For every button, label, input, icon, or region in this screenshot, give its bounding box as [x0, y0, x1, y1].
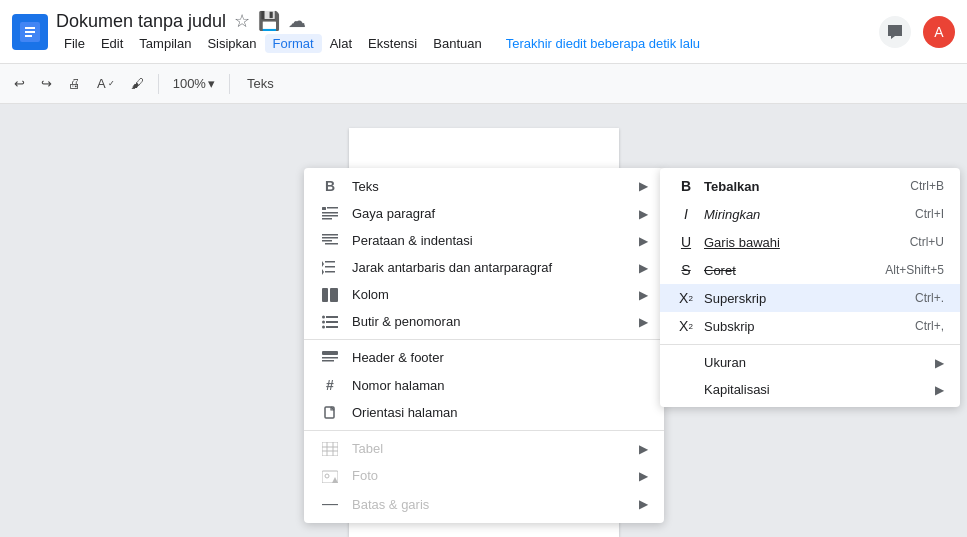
ukuran-label: Ukuran [704, 355, 927, 370]
coret-s-icon: S [676, 262, 696, 278]
svg-rect-25 [322, 360, 334, 362]
format-perataan-label: Perataan & indentasi [352, 233, 627, 248]
header-icon [320, 351, 340, 365]
menu-ekstensi[interactable]: Ekstensi [360, 34, 425, 53]
submenu-kapitalisasi[interactable]: Kapitalisasi ▶ [660, 376, 960, 403]
format-nomor-label: Nomor halaman [352, 378, 648, 393]
style-value: Teks [247, 76, 274, 91]
teks-arrow: ▶ [639, 179, 648, 193]
svg-rect-11 [325, 266, 335, 268]
butir-arrow: ▶ [639, 315, 648, 329]
tebalkan-b-icon: B [676, 178, 696, 194]
submenu-superskrip[interactable]: X2 Superskrip Ctrl+. [660, 284, 960, 312]
format-item-tabel: Tabel ▶ [304, 435, 664, 462]
format-teks-label: Teks [352, 179, 627, 194]
svg-point-33 [325, 474, 329, 478]
svg-rect-3 [322, 212, 338, 214]
chat-icon[interactable] [879, 16, 911, 48]
print-btn[interactable]: 🖨 [62, 72, 87, 95]
toolbar: ↩ ↪ 🖨 A✓ 🖌 100% ▾ Teks [0, 64, 967, 104]
format-item-header[interactable]: Header & footer [304, 344, 664, 371]
submenu-coret[interactable]: S Coret Alt+Shift+5 [660, 256, 960, 284]
format-jarak-label: Jarak antarbaris dan antarparagraf [352, 260, 627, 275]
miringkan-shortcut: Ctrl+I [915, 207, 944, 221]
format-item-teks[interactable]: B Teks ▶ [304, 172, 664, 200]
cloud-icon[interactable]: ☁ [288, 10, 306, 32]
batas-icon: — [320, 495, 340, 513]
subskrip-icon: X2 [676, 318, 696, 334]
format-item-perataan[interactable]: Perataan & indentasi ▶ [304, 227, 664, 254]
svg-rect-18 [326, 316, 338, 318]
garis-bawahi-label: Garis bawahi [704, 235, 902, 250]
format-header-label: Header & footer [352, 350, 648, 365]
star-icon[interactable]: ☆ [234, 10, 250, 32]
jarak-icon [320, 261, 340, 275]
tebalkan-label: Tebalkan [704, 179, 902, 194]
undo-btn[interactable]: ↩ [8, 72, 31, 95]
submenu-ukuran[interactable]: Ukuran ▶ [660, 349, 960, 376]
format-item-orientasi[interactable]: Orientasi halaman [304, 399, 664, 426]
svg-rect-12 [325, 271, 335, 273]
teks-submenu: B Tebalkan Ctrl+B I Miringkan Ctrl+I U G… [660, 168, 960, 407]
submenu-subskrip[interactable]: X2 Subskrip Ctrl+, [660, 312, 960, 340]
menu-tampilan[interactable]: Tampilan [131, 34, 199, 53]
redo-btn[interactable]: ↪ [35, 72, 58, 95]
svg-rect-5 [322, 218, 332, 220]
coret-shortcut: Alt+Shift+5 [885, 263, 944, 277]
svg-rect-1 [322, 207, 326, 210]
doc-title[interactable]: Dokumen tanpa judul [56, 11, 226, 32]
svg-rect-23 [322, 351, 338, 355]
svg-rect-2 [327, 207, 338, 209]
kapitalisasi-arrow: ▶ [935, 383, 944, 397]
perataan-arrow: ▶ [639, 234, 648, 248]
superskrip-icon: X2 [676, 290, 696, 306]
svg-rect-9 [325, 243, 338, 245]
format-sep-1 [304, 339, 664, 340]
svg-rect-6 [322, 234, 338, 236]
submenu-tebalkan[interactable]: B Tebalkan Ctrl+B [660, 172, 960, 200]
superskrip-label: Superskrip [704, 291, 907, 306]
miringkan-label: Miringkan [704, 207, 907, 222]
svg-marker-13 [322, 261, 324, 267]
svg-point-17 [322, 315, 325, 318]
user-avatar[interactable]: A [923, 16, 955, 48]
format-item-nomor[interactable]: # Nomor halaman [304, 371, 664, 399]
top-right: A [879, 16, 955, 48]
submenu-miringkan[interactable]: I Miringkan Ctrl+I [660, 200, 960, 228]
menu-file[interactable]: File [56, 34, 93, 53]
format-item-jarak[interactable]: Jarak antarbaris dan antarparagraf ▶ [304, 254, 664, 281]
format-item-butir[interactable]: Butir & penomoran ▶ [304, 308, 664, 335]
svg-point-21 [322, 325, 325, 328]
format-item-kolom[interactable]: Kolom ▶ [304, 281, 664, 308]
format-batas-label: Batas & garis [352, 497, 627, 512]
spell-btn[interactable]: A✓ [91, 72, 121, 95]
nomor-icon: # [320, 377, 340, 393]
teks-icon: B [320, 178, 340, 194]
format-item-gaya[interactable]: Gaya paragraf ▶ [304, 200, 664, 227]
svg-marker-14 [322, 269, 324, 275]
format-gaya-label: Gaya paragraf [352, 206, 627, 221]
menu-format[interactable]: Format [265, 34, 322, 53]
paint-btn[interactable]: 🖌 [125, 72, 150, 95]
ukuran-arrow: ▶ [935, 356, 944, 370]
garis-bawahi-shortcut: Ctrl+U [910, 235, 944, 249]
miringkan-i-icon: I [676, 206, 696, 222]
svg-rect-22 [326, 326, 338, 328]
superskrip-shortcut: Ctrl+. [915, 291, 944, 305]
zoom-control[interactable]: 100% ▾ [167, 74, 221, 93]
save-icon[interactable]: 💾 [258, 10, 280, 32]
coret-label: Coret [704, 263, 877, 278]
format-orientasi-label: Orientasi halaman [352, 405, 648, 420]
menu-alat[interactable]: Alat [322, 34, 360, 53]
kolom-icon [320, 288, 340, 302]
menu-sisipkan[interactable]: Sisipkan [199, 34, 264, 53]
menu-bantuan[interactable]: Bantuan [425, 34, 489, 53]
subskrip-shortcut: Ctrl+, [915, 319, 944, 333]
menu-edit[interactable]: Edit [93, 34, 131, 53]
app-icon[interactable] [12, 14, 48, 50]
style-selector[interactable]: Teks [238, 73, 283, 94]
last-edited-text[interactable]: Terakhir diedit beberapa detik lalu [506, 36, 700, 51]
kolom-arrow: ▶ [639, 288, 648, 302]
submenu-garis-bawahi[interactable]: U Garis bawahi Ctrl+U [660, 228, 960, 256]
menu-bar: File Edit Tampilan Sisipkan Format Alat … [56, 34, 871, 53]
